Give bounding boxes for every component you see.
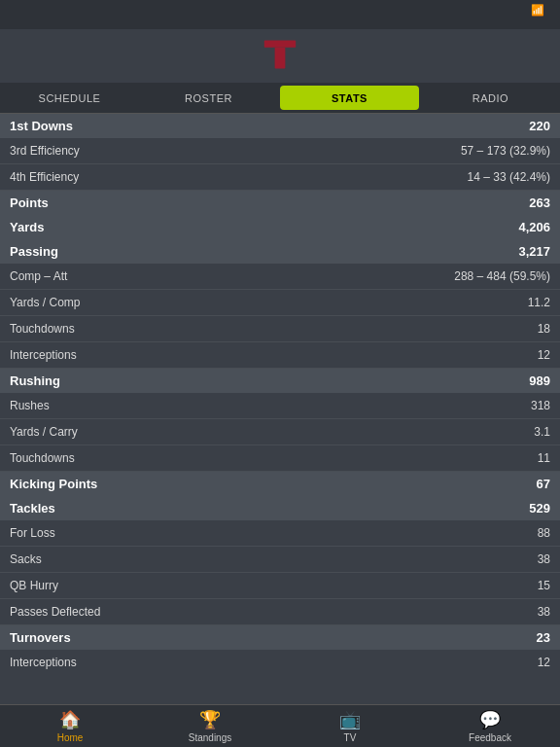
stat-label-4-1: Yards / Carry: [10, 425, 78, 439]
wifi-icon: 📶: [531, 4, 544, 17]
tabbar-standings[interactable]: 🏆Standings: [140, 709, 280, 743]
stat-label-3-1: Yards / Comp: [10, 296, 80, 309]
section-label-1: Points: [10, 196, 49, 210]
stat-value-6-2: 15: [538, 579, 550, 592]
tabbar-icon-home: 🏠: [59, 709, 81, 730]
stat-label-4-0: Rushes: [10, 399, 50, 412]
section-value-2: 4,206: [518, 220, 550, 234]
tab-bar: 🏠Home🏆Standings📺TV💬Feedback: [0, 704, 560, 747]
stat-value-6-1: 38: [538, 552, 550, 566]
tabbar-icon-standings: 🏆: [199, 709, 221, 730]
stat-label-0-0: 3rd Efficiency: [10, 144, 80, 158]
section-header-1: Points263: [0, 191, 560, 215]
stat-value-0-0: 57 – 173 (32.9%): [461, 144, 550, 158]
stat-value-4-1: 3.1: [534, 425, 550, 439]
section-label-0: 1st Downs: [10, 119, 73, 133]
stat-row-6-2: QB Hurry15: [0, 573, 560, 599]
app-header: [0, 19, 560, 29]
section-value-7: 23: [537, 630, 550, 645]
stat-row-0-1: 4th Efficiency14 – 33 (42.4%): [0, 164, 560, 191]
stat-label-0-1: 4th Efficiency: [10, 170, 79, 184]
stat-row-3-0: Comp – Att288 – 484 (59.5%): [0, 264, 560, 290]
stat-label-6-0: For Loss: [10, 526, 55, 540]
stat-value-4-2: 11: [538, 451, 550, 465]
nav-tab-roster[interactable]: ROSTER: [139, 83, 278, 113]
tabbar-icon-feedback: 💬: [479, 709, 501, 730]
stat-label-7-0: Interceptions: [10, 656, 77, 669]
stat-value-0-1: 14 – 33 (42.4%): [468, 170, 550, 184]
stat-label-6-1: Sacks: [10, 552, 42, 566]
section-header-5: Kicking Points67: [0, 472, 560, 496]
stat-row-7-0: Interceptions12: [0, 650, 560, 672]
stat-label-4-2: Touchdowns: [10, 451, 75, 465]
stat-row-3-3: Interceptions12: [0, 342, 560, 369]
stat-label-3-3: Interceptions: [10, 348, 77, 362]
section-label-7: Turnovers: [10, 630, 71, 645]
nav-tab-schedule[interactable]: SCHEDULE: [0, 83, 139, 113]
stat-row-4-0: Rushes318: [0, 393, 560, 419]
stat-row-4-2: Touchdowns11: [0, 445, 560, 472]
stat-value-4-0: 318: [531, 399, 550, 412]
nav-tabs: SCHEDULEROSTERSTATSRADIO: [0, 83, 560, 114]
section-label-4: Rushing: [10, 374, 60, 388]
stat-value-6-3: 38: [538, 605, 550, 619]
section-header-7: Turnovers23: [0, 625, 560, 650]
stat-value-6-0: 88: [538, 526, 550, 540]
stat-row-0-0: 3rd Efficiency57 – 173 (32.9%): [0, 138, 560, 164]
tabbar-icon-tv: 📺: [339, 709, 361, 730]
stat-row-6-1: Sacks38: [0, 547, 560, 573]
stat-label-3-2: Touchdowns: [10, 322, 75, 336]
section-label-2: Yards: [10, 220, 44, 234]
tabbar-feedback[interactable]: 💬Feedback: [420, 709, 560, 743]
section-header-6: Tackles529: [0, 496, 560, 520]
section-label-3: Passing: [10, 244, 58, 259]
section-value-1: 263: [529, 196, 550, 210]
svg-rect-1: [275, 48, 286, 69]
logo-area: [0, 29, 560, 83]
tabbar-label-home: Home: [57, 732, 84, 743]
section-header-3: Passing3,217: [0, 239, 560, 264]
section-value-4: 989: [529, 374, 550, 388]
stat-value-3-2: 18: [538, 322, 550, 336]
section-label-5: Kicking Points: [10, 477, 97, 491]
stat-value-3-0: 288 – 484 (59.5%): [454, 269, 550, 283]
section-header-2: Yards4,206: [0, 215, 560, 239]
stat-value-3-1: 11.2: [528, 296, 550, 309]
nav-tab-stats[interactable]: STATS: [280, 86, 419, 110]
section-value-6: 529: [529, 501, 550, 516]
tabbar-tv[interactable]: 📺TV: [280, 709, 420, 743]
stat-label-6-3: Passes Deflected: [10, 605, 100, 619]
stat-row-4-1: Yards / Carry3.1: [0, 419, 560, 445]
stat-value-7-0: 12: [538, 656, 550, 669]
section-label-6: Tackles: [10, 501, 55, 516]
tabbar-label-tv: TV: [344, 732, 357, 743]
status-bar: 📶: [0, 0, 560, 19]
section-value-0: 220: [529, 119, 550, 133]
tabbar-label-feedback: Feedback: [469, 732, 511, 743]
stat-row-3-2: Touchdowns18: [0, 316, 560, 342]
stat-row-3-1: Yards / Comp11.2: [0, 290, 560, 316]
section-value-5: 67: [537, 477, 550, 491]
section-value-3: 3,217: [518, 244, 550, 259]
section-header-4: Rushing989: [0, 369, 560, 393]
section-header-0: 1st Downs220: [0, 114, 560, 138]
team-logo: [262, 37, 298, 75]
stat-label-3-0: Comp – Att: [10, 269, 67, 283]
stats-content: 1st Downs2203rd Efficiency57 – 173 (32.9…: [0, 114, 560, 672]
nav-tab-radio[interactable]: RADIO: [421, 83, 560, 113]
stat-label-6-2: QB Hurry: [10, 579, 58, 592]
stat-row-6-0: For Loss88: [0, 520, 560, 547]
tabbar-label-standings: Standings: [189, 732, 231, 743]
stat-row-6-3: Passes Deflected38: [0, 599, 560, 625]
tabbar-home[interactable]: 🏠Home: [0, 709, 140, 743]
stat-value-3-3: 12: [538, 348, 550, 362]
status-icons: 📶: [531, 4, 550, 17]
svg-rect-0: [264, 41, 296, 48]
